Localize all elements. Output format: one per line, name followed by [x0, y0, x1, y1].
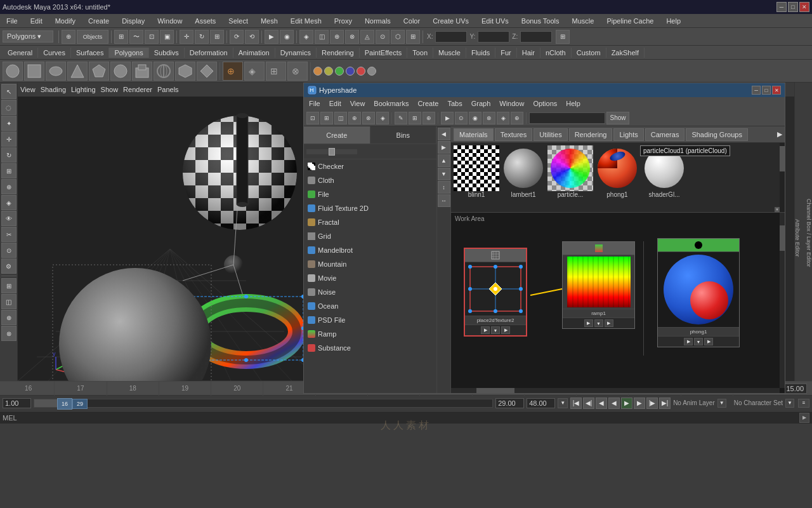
place2d-fwd-btn[interactable]: ▶ [501, 326, 510, 334]
shelf-tab-polygons[interactable]: Polygons [109, 48, 148, 58]
material-phong1[interactable]: particleCloud1 (particleCloud) phong1 [594, 145, 640, 210]
frame-17[interactable]: 17 [55, 382, 107, 396]
phong1-play-btn[interactable]: ▶ [684, 338, 693, 345]
hs-slider[interactable] [306, 149, 357, 154]
shelf-tab-rendering[interactable]: Rendering [317, 48, 360, 58]
menu-pipeline-cache[interactable]: Pipeline Cache [603, 16, 657, 26]
work-area-vscroll[interactable] [780, 213, 785, 388]
shelf-tab-dynamics[interactable]: Dynamics [275, 48, 317, 58]
hs-item-ramp[interactable]: Ramp [304, 327, 436, 341]
hs-tool-15[interactable]: ⊕ [511, 112, 523, 124]
maximize-button[interactable]: □ [788, 2, 798, 12]
mode-dropdown[interactable]: Polygons ▾ [3, 30, 53, 43]
shelf-icon-9[interactable] [175, 62, 195, 81]
ramp1-play-btn[interactable]: ▶ [584, 319, 593, 327]
shelf-icon-13[interactable]: ⊞ [266, 62, 286, 81]
shelf-tab-fur[interactable]: Fur [495, 48, 517, 58]
ramp1-stop-btn[interactable]: ▼ [594, 319, 603, 327]
hs-tab-shading-groups[interactable]: Shading Groups [686, 128, 748, 141]
color-swatch-green[interactable] [335, 67, 344, 76]
shelf-tab-surfaces[interactable]: Surfaces [71, 48, 109, 58]
tool-lasso[interactable]: ◌ [1, 100, 16, 115]
shelf-icon-14[interactable]: ⊗ [287, 62, 308, 81]
hs-tool-6[interactable]: ◈ [376, 112, 389, 124]
menu-window[interactable]: Window [154, 16, 186, 26]
frame-18[interactable]: 18 [107, 382, 159, 396]
tool-paint[interactable]: ✦ [1, 116, 16, 131]
hs-nav-2[interactable]: ▶ [438, 141, 450, 154]
tool-extra3[interactable]: ⊕ [1, 310, 16, 325]
menu-assets[interactable]: Assets [191, 16, 219, 26]
hs-tool-12[interactable]: ◉ [469, 112, 481, 124]
shelf-tab-curves[interactable]: Curves [38, 48, 71, 58]
tool4[interactable]: ⊗ [345, 30, 359, 44]
viewport-menu-panels[interactable]: Panels [157, 86, 179, 93]
phong1-stop-btn[interactable]: ▼ [694, 338, 703, 345]
viewport-menu-view[interactable]: View [20, 86, 36, 93]
tool-sculpt[interactable]: ⊙ [1, 243, 16, 258]
hs-item-mountain[interactable]: Mountain [304, 257, 436, 271]
hs-menu-graph[interactable]: Graph [469, 98, 494, 109]
menu-normals[interactable]: Normals [361, 16, 395, 26]
shelf-tab-fluids[interactable]: Fluids [466, 48, 495, 58]
timeline-current-marker[interactable]: 16 [57, 398, 72, 410]
tool6[interactable]: ⊙ [376, 30, 390, 44]
tool5[interactable]: ◬ [360, 30, 374, 44]
hs-nav-5[interactable]: ↕ [438, 181, 450, 194]
node-phong1[interactable]: phong1 ▶ ▼ ▶ [657, 238, 740, 347]
viewport-menu-shading[interactable]: Shading [41, 86, 66, 93]
timeline-end-marker[interactable]: 29 [72, 399, 88, 409]
hs-item-noise[interactable]: Noise [304, 285, 436, 299]
tool-extra2[interactable]: ◫ [1, 294, 16, 309]
menu-bonus-tools[interactable]: Bonus Tools [518, 16, 563, 26]
tool-rotate[interactable]: ↻ [1, 147, 16, 163]
hs-tab-cameras[interactable]: Cameras [645, 128, 685, 141]
hs-tool-9[interactable]: ⊕ [422, 112, 435, 124]
shelf-icon-3[interactable] [46, 62, 66, 81]
hs-tool-5[interactable]: ⊗ [362, 112, 375, 124]
hs-item-substance[interactable]: Substance [304, 341, 436, 355]
hs-menu-window[interactable]: Window [497, 98, 527, 109]
hs-maximize[interactable]: □ [762, 86, 771, 95]
play-back-btn[interactable]: ◀ [608, 398, 620, 409]
hs-show-btn[interactable]: Show [606, 112, 629, 124]
hs-item-file[interactable]: File [304, 187, 436, 201]
menu-muscle[interactable]: Muscle [568, 16, 598, 26]
shelf-tab-hair[interactable]: Hair [517, 48, 540, 58]
scale-tool[interactable]: ⊞ [210, 30, 224, 44]
shelf-icon-6[interactable] [110, 62, 131, 81]
timeline-slider[interactable]: 16 29 [34, 399, 493, 408]
hs-menu-options[interactable]: Options [530, 98, 560, 109]
snap-grid[interactable]: ⊞ [114, 30, 128, 44]
materials-scrollbar[interactable] [780, 143, 785, 212]
skip-end-btn[interactable]: ▶| [659, 398, 671, 409]
shelf-icon-8[interactable] [154, 62, 174, 81]
anim-layer-dropdown[interactable]: ▼ [717, 399, 726, 408]
viewport-menu-show[interactable]: Show [101, 86, 119, 93]
shelf-tab-ncloth[interactable]: nCloth [540, 48, 572, 58]
hs-nav-1[interactable]: ◀ [438, 128, 450, 140]
snap-surface[interactable]: ▣ [160, 30, 174, 44]
max-frame-input[interactable] [527, 398, 555, 408]
hs-tool-14[interactable]: ◈ [497, 112, 509, 124]
hs-slider-thumb[interactable] [329, 148, 335, 156]
hs-tab-lights[interactable]: Lights [613, 128, 643, 141]
hs-nav-3[interactable]: ▲ [438, 154, 450, 167]
next-key-btn[interactable]: |▶ [646, 398, 658, 409]
menu-edit-mesh[interactable]: Edit Mesh [287, 16, 325, 26]
history[interactable]: ⟳ [230, 30, 244, 44]
snap-point[interactable]: ⊡ [145, 30, 159, 44]
hs-tool-7[interactable]: ✎ [395, 112, 407, 124]
char-set-dropdown[interactable]: ▼ [785, 399, 794, 408]
color-swatch-blue[interactable] [346, 67, 355, 76]
hs-menu-file[interactable]: File [306, 98, 323, 109]
menu-color[interactable]: Color [400, 16, 424, 26]
hs-item-fractal[interactable]: Fractal [304, 215, 436, 229]
select-btn[interactable]: ⊕ [62, 30, 75, 44]
minimize-button[interactable]: ─ [776, 2, 787, 12]
start-frame-input[interactable] [3, 398, 31, 408]
hs-item-psd[interactable]: PSD File [304, 313, 436, 327]
shelf-icon-4[interactable] [67, 62, 88, 81]
grid-btn[interactable]: ⊞ [556, 30, 570, 44]
char-set-extra-btn[interactable]: ≡ [798, 399, 809, 408]
